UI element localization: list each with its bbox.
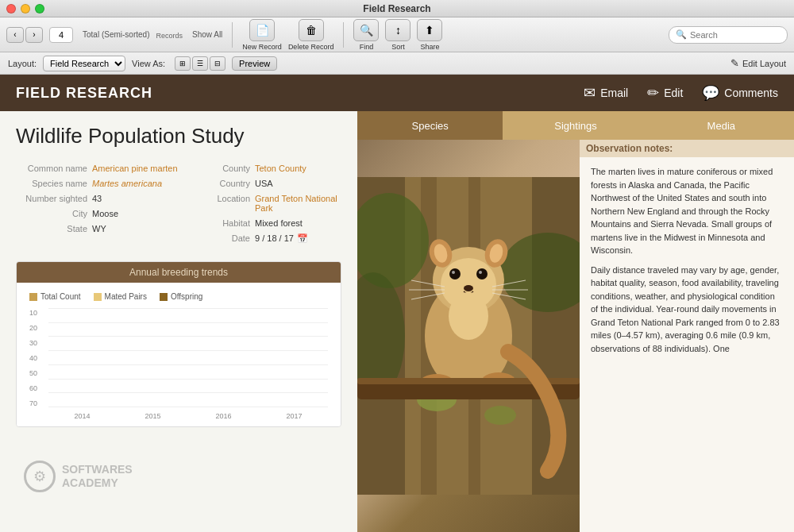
location-field: Location Grand Teton National Park xyxy=(179,193,341,214)
svg-point-15 xyxy=(479,271,482,274)
app-title: FIELD RESEARCH xyxy=(16,85,584,102)
find-button[interactable]: 🔍 Find xyxy=(353,19,379,51)
location-value: Grand Teton National Park xyxy=(255,194,341,213)
view-as-label: View As: xyxy=(132,59,165,68)
edit-layout-icon: ✎ xyxy=(730,57,739,69)
chart-body: Total Count Mated Pairs Offspring xyxy=(17,283,341,426)
search-bar[interactable]: 🔍 xyxy=(669,26,788,44)
total-label: Total (Semi-sorted) xyxy=(83,30,149,40)
species-name-value: Martes americana xyxy=(92,179,162,188)
search-input[interactable] xyxy=(690,30,781,40)
edit-icon: ✏ xyxy=(647,84,659,102)
species-name-label: Species name xyxy=(16,179,87,188)
maximize-button[interactable] xyxy=(35,4,44,13)
column-view-button[interactable]: ⊟ xyxy=(210,56,225,71)
right-panel: Species Sightings Media xyxy=(357,111,794,532)
common-name-field: Common name American pine marten xyxy=(16,163,179,174)
tab-sightings[interactable]: Sightings xyxy=(503,111,648,140)
state-field: State WY xyxy=(16,223,179,234)
x-label-2014: 2014 xyxy=(48,412,116,420)
county-label: County xyxy=(179,164,250,173)
tab-species[interactable]: Species xyxy=(357,111,503,140)
legend-mated-pairs: Mated Pairs xyxy=(94,292,147,301)
state-label: State xyxy=(16,224,87,233)
find-icon: 🔍 xyxy=(353,19,379,41)
title-bar: Field Research xyxy=(0,0,794,17)
watermark-icon: ⚙ xyxy=(24,461,56,492)
chart-area: 70 60 50 40 30 20 10 xyxy=(29,309,328,420)
close-button[interactable] xyxy=(6,4,16,13)
svg-point-21 xyxy=(449,292,488,340)
grid-view-button[interactable]: ⊞ xyxy=(175,56,191,71)
country-label: Country xyxy=(179,179,250,188)
preview-button[interactable]: Preview xyxy=(232,56,277,71)
watermark: ⚙ SOFTWARES ACADEMY xyxy=(24,461,133,492)
layout-bar: Layout: Field Research View As: ⊞ ☰ ⊟ Pr… xyxy=(0,52,794,75)
city-field: City Moose xyxy=(16,208,179,219)
date-label: Date xyxy=(179,233,250,243)
next-record-button[interactable]: › xyxy=(25,27,43,43)
share-button[interactable]: ⬆ Share xyxy=(417,19,442,51)
traffic-lights xyxy=(6,4,44,13)
number-sighted-field: Number sighted 43 xyxy=(16,193,179,204)
layout-select[interactable]: Field Research xyxy=(43,56,125,71)
svg-point-12 xyxy=(449,268,461,279)
fields-right-col: County Teton County Country USA Location… xyxy=(179,163,341,249)
number-sighted-label: Number sighted xyxy=(16,194,87,203)
prev-record-button[interactable]: ‹ xyxy=(6,27,24,43)
comments-icon: 💬 xyxy=(702,84,719,102)
tab-media[interactable]: Media xyxy=(649,111,794,140)
y-axis: 70 60 50 40 30 20 10 xyxy=(29,309,37,420)
state-value: WY xyxy=(92,224,106,233)
email-button[interactable]: ✉ Email xyxy=(584,84,628,102)
habitat-field: Habitat Mixed forest xyxy=(179,218,341,229)
share-icon: ⬆ xyxy=(417,19,442,41)
separator-1 xyxy=(232,22,233,48)
svg-point-16 xyxy=(464,285,473,291)
bars-area xyxy=(48,309,328,407)
chart-wrapper: 70 60 50 40 30 20 10 xyxy=(29,309,328,420)
country-value: USA xyxy=(255,179,273,188)
fields-left-col: Common name American pine marten Species… xyxy=(16,163,179,249)
chart-container: Annual breeding trends Total Count Mated… xyxy=(16,261,341,427)
comments-button[interactable]: 💬 Comments xyxy=(702,84,778,102)
legend-mated-pairs-dot xyxy=(94,293,102,301)
legend-total-count-dot xyxy=(29,293,37,301)
number-sighted-value: 43 xyxy=(92,194,102,203)
layout-label: Layout: xyxy=(8,59,37,68)
watermark-text: SOFTWARES ACADEMY xyxy=(62,463,133,490)
svg-point-13 xyxy=(476,268,488,279)
x-labels: 2014 2015 2016 2017 xyxy=(48,412,328,420)
legend-offspring: Offspring xyxy=(160,292,202,301)
chart-legend: Total Count Mated Pairs Offspring xyxy=(29,292,328,301)
window-title: Field Research xyxy=(363,3,430,14)
edit-button[interactable]: ✏ Edit xyxy=(647,84,683,102)
x-label-2015: 2015 xyxy=(119,412,187,420)
notes-text: The marten lives in mature coniferous or… xyxy=(591,165,783,355)
location-label: Location xyxy=(179,194,250,203)
common-name-label: Common name xyxy=(16,164,87,173)
notes-title: Observation notes: xyxy=(580,140,794,157)
legend-offspring-dot xyxy=(160,293,168,301)
svg-point-8 xyxy=(484,406,516,425)
photo-area xyxy=(357,140,580,532)
sort-button[interactable]: ↕ Sort xyxy=(385,19,410,51)
header-actions: ✉ Email ✏ Edit 💬 Comments xyxy=(584,84,778,102)
delete-record-button[interactable]: 🗑 Delete Record xyxy=(288,19,334,51)
edit-layout-button[interactable]: ✎ Edit Layout xyxy=(730,57,786,69)
country-field: Country USA xyxy=(179,178,341,189)
new-record-button[interactable]: 📄 New Record xyxy=(242,19,282,51)
list-view-button[interactable]: ☰ xyxy=(192,56,208,71)
nav-controls: ‹ › xyxy=(6,27,43,43)
calendar-icon[interactable]: 📅 xyxy=(297,233,308,244)
x-label-2017: 2017 xyxy=(260,412,328,420)
chart-title: Annual breeding trends xyxy=(17,262,341,283)
svg-point-14 xyxy=(452,271,455,274)
email-icon: ✉ xyxy=(584,84,596,102)
notes-area: Observation notes: The marten lives in m… xyxy=(580,140,794,532)
minimize-button[interactable] xyxy=(21,4,30,13)
view-icons: ⊞ ☰ ⊟ xyxy=(175,56,225,71)
show-all-link[interactable]: Show All xyxy=(192,30,222,39)
records-group: Records xyxy=(156,30,183,40)
left-panel: Wildlife Population Study Common name Am… xyxy=(0,111,357,532)
